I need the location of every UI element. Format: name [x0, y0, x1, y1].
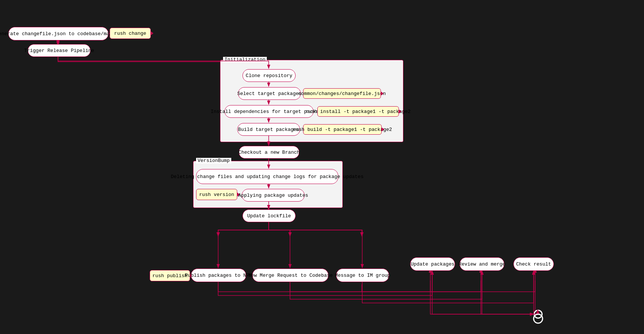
end-circle — [534, 310, 543, 319]
checkout-branch-node: Checkout a new Branch — [239, 146, 299, 159]
select-target-node: Select target packages — [238, 87, 301, 100]
update-packages-node: Update packages — [410, 257, 455, 271]
initialization-label: Initialization — [223, 57, 267, 62]
clone-repo-node: Clone repository — [242, 69, 296, 82]
install-deps-node: Install dependencies for target packages — [225, 105, 314, 118]
build-target-node: Build target packages — [237, 123, 300, 136]
generate-changefile-node: Generate changefile.json to codebase/mas… — [8, 27, 109, 40]
rush-version-tag: rush version — [196, 189, 237, 200]
publish-npm-node: Publish packages to NPM — [191, 269, 246, 282]
update-lockfile-node: Update lockfile — [242, 209, 296, 222]
new-merge-node: New Merge Request to Codebase — [252, 269, 329, 282]
diagram-canvas: Generate changefile.json to codebase/mas… — [0, 0, 644, 334]
deleting-change-node: Deleting change files and updating chang… — [196, 169, 338, 184]
applying-updates-node: Applying package updates — [242, 189, 305, 202]
trigger-release-node: Trigger Release Pipeline — [28, 44, 91, 57]
versionbump-label: VersionBump — [196, 158, 231, 163]
changefile-path-tag: common/changes/changefile.json — [303, 88, 381, 99]
message-im-node: Message to IM group — [336, 269, 389, 282]
review-merge-node: Review and merge — [460, 257, 504, 271]
rush-install-tag: rush install -t package1 -t package2 — [317, 106, 399, 117]
rush-build-tag: rush build -t package1 -t package2 — [303, 124, 382, 135]
rush-publish-tag: rush publish — [150, 270, 190, 281]
rush-change-tag: rush change — [110, 28, 151, 39]
check-result-node: Check result — [513, 257, 554, 271]
